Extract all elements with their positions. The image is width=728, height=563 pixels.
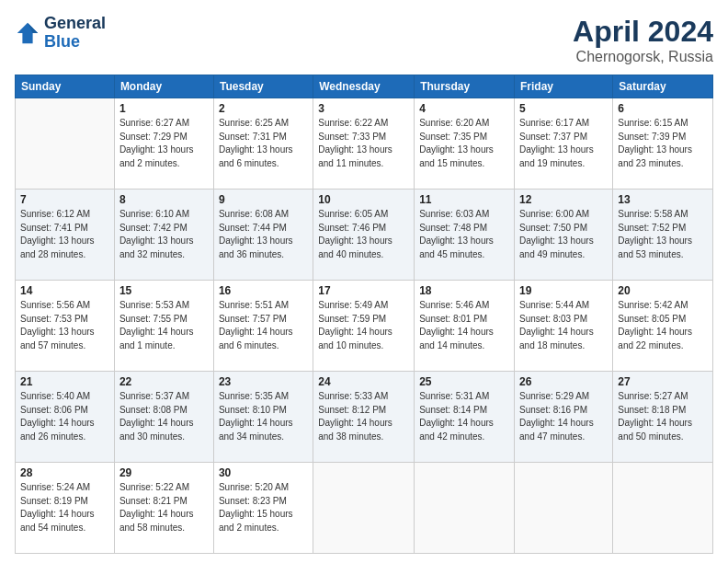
day-info: Sunrise: 6:10 AM Sunset: 7:42 PM Dayligh… [119,208,209,261]
day-number: 19 [519,284,608,297]
day-info: Sunrise: 5:33 AM Sunset: 8:12 PM Dayligh… [318,390,409,443]
table-row: 21Sunrise: 5:40 AM Sunset: 8:06 PM Dayli… [16,372,115,463]
table-row: 23Sunrise: 5:35 AM Sunset: 8:10 PM Dayli… [213,372,313,463]
day-number: 11 [419,193,509,206]
day-number: 8 [119,193,209,206]
header-saturday: Saturday [613,75,713,98]
table-row: 30Sunrise: 5:20 AM Sunset: 8:23 PM Dayli… [213,463,313,554]
day-info: Sunrise: 5:53 AM Sunset: 7:55 PM Dayligh… [119,299,209,352]
calendar-subtitle: Chernogorsk, Russia [573,49,713,65]
day-info: Sunrise: 5:31 AM Sunset: 8:14 PM Dayligh… [419,390,509,443]
table-row: 2Sunrise: 6:25 AM Sunset: 7:31 PM Daylig… [213,98,313,190]
table-row [313,463,415,554]
day-info: Sunrise: 5:40 AM Sunset: 8:06 PM Dayligh… [20,390,109,443]
day-number: 22 [119,375,209,388]
table-row [613,463,713,554]
day-info: Sunrise: 5:58 AM Sunset: 7:52 PM Dayligh… [618,208,708,261]
header-friday: Friday [515,75,613,98]
day-info: Sunrise: 6:08 AM Sunset: 7:44 PM Dayligh… [219,208,308,261]
day-number: 26 [519,375,608,388]
day-number: 4 [419,102,509,115]
calendar-week-row: 28Sunrise: 5:24 AM Sunset: 8:19 PM Dayli… [16,463,713,554]
table-row: 26Sunrise: 5:29 AM Sunset: 8:16 PM Dayli… [515,372,613,463]
table-row: 19Sunrise: 5:44 AM Sunset: 8:03 PM Dayli… [515,281,613,372]
logo-icon [15,20,40,46]
day-number: 25 [419,375,509,388]
page: General Blue April 2024 Chernogorsk, Rus… [0,0,728,563]
day-info: Sunrise: 6:20 AM Sunset: 7:35 PM Dayligh… [419,117,509,170]
calendar-table: Sunday Monday Tuesday Wednesday Thursday… [15,75,713,554]
table-row: 28Sunrise: 5:24 AM Sunset: 8:19 PM Dayli… [16,463,115,554]
day-header-row: Sunday Monday Tuesday Wednesday Thursday… [16,75,713,98]
table-row [415,463,515,554]
day-number: 28 [20,466,109,479]
day-info: Sunrise: 5:35 AM Sunset: 8:10 PM Dayligh… [219,390,308,443]
day-info: Sunrise: 6:05 AM Sunset: 7:46 PM Dayligh… [318,208,409,261]
day-info: Sunrise: 5:27 AM Sunset: 8:18 PM Dayligh… [618,390,708,443]
table-row: 8Sunrise: 6:10 AM Sunset: 7:42 PM Daylig… [114,190,213,281]
table-row: 6Sunrise: 6:15 AM Sunset: 7:39 PM Daylig… [613,98,713,190]
table-row: 1Sunrise: 6:27 AM Sunset: 7:29 PM Daylig… [114,98,213,190]
day-number: 30 [219,466,308,479]
logo-general: General [44,14,106,32]
day-number: 21 [20,375,109,388]
day-number: 5 [519,102,608,115]
day-info: Sunrise: 6:03 AM Sunset: 7:48 PM Dayligh… [419,208,509,261]
logo: General Blue [15,15,106,52]
header-wednesday: Wednesday [313,75,415,98]
day-number: 10 [318,193,409,206]
table-row: 12Sunrise: 6:00 AM Sunset: 7:50 PM Dayli… [515,190,613,281]
day-info: Sunrise: 5:51 AM Sunset: 7:57 PM Dayligh… [219,299,308,352]
day-number: 17 [318,284,409,297]
day-info: Sunrise: 5:44 AM Sunset: 8:03 PM Dayligh… [519,299,608,352]
table-row: 5Sunrise: 6:17 AM Sunset: 7:37 PM Daylig… [515,98,613,190]
calendar-week-row: 7Sunrise: 6:12 AM Sunset: 7:41 PM Daylig… [16,190,713,281]
table-row: 4Sunrise: 6:20 AM Sunset: 7:35 PM Daylig… [415,98,515,190]
day-number: 27 [618,375,708,388]
day-number: 14 [20,284,109,297]
day-number: 13 [618,193,708,206]
day-number: 23 [219,375,308,388]
day-info: Sunrise: 5:56 AM Sunset: 7:53 PM Dayligh… [20,299,109,352]
day-number: 6 [618,102,708,115]
table-row: 16Sunrise: 5:51 AM Sunset: 7:57 PM Dayli… [213,281,313,372]
day-number: 7 [20,193,109,206]
calendar-week-row: 14Sunrise: 5:56 AM Sunset: 7:53 PM Dayli… [16,281,713,372]
day-info: Sunrise: 6:15 AM Sunset: 7:39 PM Dayligh… [618,117,708,170]
table-row: 7Sunrise: 6:12 AM Sunset: 7:41 PM Daylig… [16,190,115,281]
day-info: Sunrise: 5:22 AM Sunset: 8:21 PM Dayligh… [119,481,209,534]
table-row: 25Sunrise: 5:31 AM Sunset: 8:14 PM Dayli… [415,372,515,463]
day-number: 1 [119,102,209,115]
table-row [16,98,115,190]
table-row: 22Sunrise: 5:37 AM Sunset: 8:08 PM Dayli… [114,372,213,463]
header-thursday: Thursday [415,75,515,98]
table-row: 13Sunrise: 5:58 AM Sunset: 7:52 PM Dayli… [613,190,713,281]
day-number: 16 [219,284,308,297]
day-number: 12 [519,193,608,206]
table-row: 10Sunrise: 6:05 AM Sunset: 7:46 PM Dayli… [313,190,415,281]
logo-blue: Blue [44,32,80,51]
day-number: 3 [318,102,409,115]
header-tuesday: Tuesday [213,75,313,98]
day-info: Sunrise: 6:12 AM Sunset: 7:41 PM Dayligh… [20,208,109,261]
title-block: April 2024 Chernogorsk, Russia [573,15,713,65]
day-number: 20 [618,284,708,297]
table-row: 27Sunrise: 5:27 AM Sunset: 8:18 PM Dayli… [613,372,713,463]
table-row: 20Sunrise: 5:42 AM Sunset: 8:05 PM Dayli… [613,281,713,372]
table-row: 18Sunrise: 5:46 AM Sunset: 8:01 PM Dayli… [415,281,515,372]
table-row: 17Sunrise: 5:49 AM Sunset: 7:59 PM Dayli… [313,281,415,372]
day-number: 29 [119,466,209,479]
table-row [515,463,613,554]
table-row: 9Sunrise: 6:08 AM Sunset: 7:44 PM Daylig… [213,190,313,281]
table-row: 14Sunrise: 5:56 AM Sunset: 7:53 PM Dayli… [16,281,115,372]
day-info: Sunrise: 5:49 AM Sunset: 7:59 PM Dayligh… [318,299,409,352]
table-row: 15Sunrise: 5:53 AM Sunset: 7:55 PM Dayli… [114,281,213,372]
day-info: Sunrise: 6:27 AM Sunset: 7:29 PM Dayligh… [119,117,209,170]
day-number: 2 [219,102,308,115]
day-info: Sunrise: 5:42 AM Sunset: 8:05 PM Dayligh… [618,299,708,352]
header: General Blue April 2024 Chernogorsk, Rus… [15,15,713,65]
day-info: Sunrise: 5:37 AM Sunset: 8:08 PM Dayligh… [119,390,209,443]
calendar-week-row: 21Sunrise: 5:40 AM Sunset: 8:06 PM Dayli… [16,372,713,463]
header-sunday: Sunday [16,75,115,98]
table-row: 24Sunrise: 5:33 AM Sunset: 8:12 PM Dayli… [313,372,415,463]
